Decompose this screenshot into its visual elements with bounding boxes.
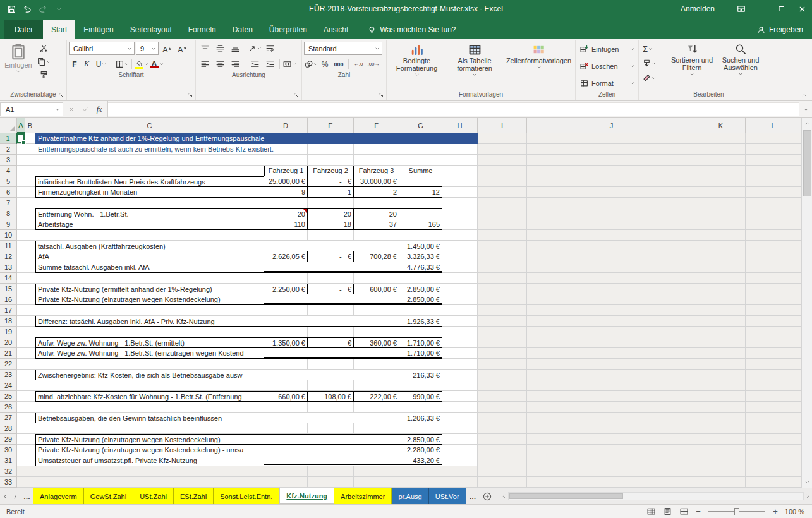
cell-F33[interactable] bbox=[354, 477, 399, 488]
insert-function-button[interactable]: fx bbox=[92, 103, 106, 116]
cell-A19[interactable] bbox=[17, 327, 25, 337]
cell-G32[interactable] bbox=[399, 466, 442, 477]
cell-F4[interactable]: Fahrzeug 3 bbox=[354, 166, 399, 176]
align-center-button[interactable] bbox=[213, 57, 227, 71]
cell-B13[interactable] bbox=[25, 262, 35, 273]
insert-cells-button[interactable]: Einfügen bbox=[578, 42, 637, 56]
cell-F32[interactable] bbox=[354, 466, 399, 477]
cell-I4[interactable] bbox=[478, 166, 527, 176]
cell-H9[interactable] bbox=[442, 219, 478, 230]
cell-B4[interactable] bbox=[25, 166, 35, 176]
cell-D9[interactable]: 110 bbox=[264, 219, 308, 230]
cell-B20[interactable] bbox=[25, 337, 35, 348]
share-button[interactable]: Freigeben bbox=[757, 20, 803, 39]
select-all-corner[interactable] bbox=[0, 118, 17, 133]
cell-A25[interactable] bbox=[17, 391, 25, 402]
cell-K11[interactable] bbox=[696, 241, 746, 251]
row-header-25[interactable]: 25 bbox=[0, 391, 17, 402]
find-select-button[interactable]: Suchen und Auswählen bbox=[715, 42, 766, 88]
cell-K23[interactable] bbox=[696, 370, 746, 380]
sheet-tab-est-zahl[interactable]: ESt.Zahl bbox=[174, 488, 214, 504]
cell-K4[interactable] bbox=[696, 166, 746, 176]
cell-B29[interactable] bbox=[25, 434, 35, 445]
cell-J28[interactable] bbox=[527, 423, 696, 434]
align-right-button[interactable] bbox=[228, 57, 242, 71]
cell-D12[interactable]: 2.626,05 € bbox=[264, 251, 308, 262]
cell-H30[interactable] bbox=[442, 445, 478, 455]
cell-H2[interactable] bbox=[442, 144, 478, 155]
ribbon-tab-datei[interactable]: Datei bbox=[4, 20, 43, 39]
cell-D5[interactable]: 25.000,00 € bbox=[264, 176, 308, 187]
row-header-24[interactable]: 24 bbox=[0, 380, 17, 391]
cell-A33[interactable] bbox=[17, 477, 25, 488]
cell-B19[interactable] bbox=[25, 327, 35, 337]
cell-F7[interactable] bbox=[354, 198, 399, 208]
cell-I26[interactable] bbox=[478, 402, 527, 413]
row-header-12[interactable]: 12 bbox=[0, 251, 17, 262]
view-page-layout-button[interactable] bbox=[660, 506, 674, 517]
increase-indent-button[interactable] bbox=[263, 57, 277, 71]
align-middle-button[interactable] bbox=[213, 42, 227, 55]
cell-K32[interactable] bbox=[696, 466, 746, 477]
cell-F3[interactable] bbox=[354, 155, 399, 166]
cell-I28[interactable] bbox=[478, 423, 527, 434]
cell-H24[interactable] bbox=[442, 380, 478, 391]
cell-K12[interactable] bbox=[696, 251, 746, 262]
cell-L33[interactable] bbox=[746, 477, 801, 488]
cell-L13[interactable] bbox=[746, 262, 801, 273]
cell-H32[interactable] bbox=[442, 466, 478, 477]
cell-C14[interactable] bbox=[35, 273, 264, 284]
cell-L3[interactable] bbox=[746, 155, 801, 166]
cell-B11[interactable] bbox=[25, 241, 35, 251]
row-header-10[interactable]: 10 bbox=[0, 230, 17, 241]
horizontal-scroll-thumb[interactable] bbox=[509, 493, 623, 499]
cell-D15[interactable]: 2.250,00 € bbox=[264, 284, 308, 294]
cell-F14[interactable] bbox=[354, 273, 399, 284]
cell-H13[interactable] bbox=[442, 262, 478, 273]
cell-D1[interactable] bbox=[264, 133, 308, 144]
sheet-nav-right-button[interactable] bbox=[10, 488, 20, 504]
column-header-L[interactable]: L bbox=[746, 118, 801, 133]
view-page-break-button[interactable] bbox=[677, 506, 691, 517]
cell-G22[interactable] bbox=[399, 359, 442, 370]
cell-A10[interactable] bbox=[17, 230, 25, 241]
cell-J8[interactable] bbox=[527, 208, 696, 219]
paste-button[interactable]: Einfügen bbox=[2, 42, 35, 88]
row-header-26[interactable]: 26 bbox=[0, 402, 17, 413]
cell-J22[interactable] bbox=[527, 359, 696, 370]
cell-H29[interactable] bbox=[442, 434, 478, 445]
cell-F17[interactable] bbox=[354, 305, 399, 316]
cell-I25[interactable] bbox=[478, 391, 527, 402]
cell-L24[interactable] bbox=[746, 380, 801, 391]
increase-font-size-button[interactable]: A bbox=[160, 42, 174, 55]
cell-K5[interactable] bbox=[696, 176, 746, 187]
cell-H27[interactable] bbox=[442, 413, 478, 423]
sheet-tab-kfz-nutzung[interactable]: Kfz-Nutzung bbox=[279, 488, 334, 504]
cell-A11[interactable] bbox=[17, 241, 25, 251]
cell-D8[interactable]: 20 bbox=[264, 208, 308, 219]
row-header-28[interactable]: 28 bbox=[0, 423, 17, 434]
cell-L29[interactable] bbox=[746, 434, 801, 445]
thousands-separator-button[interactable]: 000 bbox=[332, 57, 346, 71]
cell-H3[interactable] bbox=[442, 155, 478, 166]
cell-C30[interactable]: Private Kfz-Nutzung (einzutragen wegen K… bbox=[35, 445, 264, 455]
cell-I10[interactable] bbox=[478, 230, 527, 241]
cell-H23[interactable] bbox=[442, 370, 478, 380]
cell-A12[interactable] bbox=[17, 251, 25, 262]
row-header-7[interactable]: 7 bbox=[0, 198, 17, 208]
cell-D28[interactable] bbox=[264, 423, 308, 434]
cell-D23-G23[interactable]: 216,33 € bbox=[264, 370, 442, 380]
autosum-button[interactable]: Σ bbox=[641, 42, 666, 56]
vertical-scroll-thumb[interactable] bbox=[803, 130, 811, 196]
cell-F22[interactable] bbox=[354, 359, 399, 370]
alignment-dialog-launcher[interactable] bbox=[292, 91, 300, 99]
clipboard-dialog-launcher[interactable] bbox=[57, 91, 65, 99]
cell-B27[interactable] bbox=[25, 413, 35, 423]
cell-C23[interactable]: Zwischenergebnis: Kfz-Kosten, die sich a… bbox=[35, 370, 264, 380]
cell-K18[interactable] bbox=[696, 316, 746, 327]
sheet-tab-pr-ausg[interactable]: pr.Ausg bbox=[392, 488, 428, 504]
underline-button[interactable]: U bbox=[93, 57, 109, 71]
cell-H16[interactable] bbox=[442, 294, 478, 305]
row-header-21[interactable]: 21 bbox=[0, 348, 17, 359]
cell-G25[interactable]: 990,00 € bbox=[399, 391, 442, 402]
